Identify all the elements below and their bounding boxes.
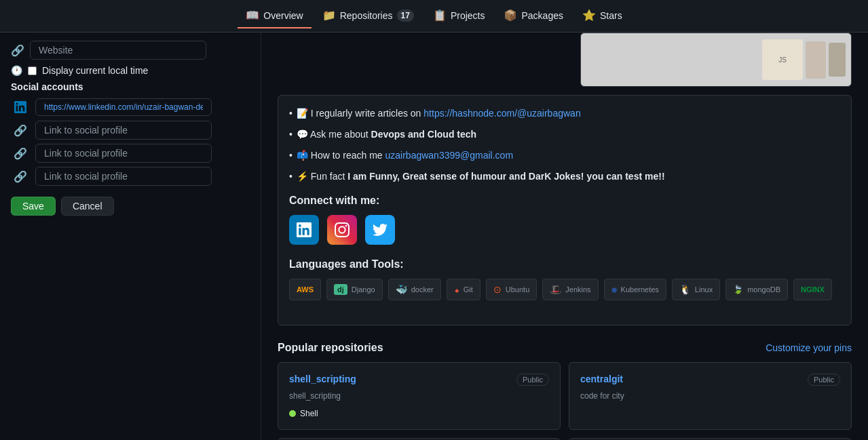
popular-repos-section: Popular repositories Customize your pins…: [278, 342, 852, 440]
linkedin-row: [11, 98, 250, 117]
repo-name-centralgit[interactable]: centralgit: [580, 374, 623, 384]
tool-django: dj Django: [326, 279, 383, 300]
repositories-icon: 📁: [322, 9, 336, 22]
reach-emoji: 📫: [297, 150, 308, 161]
articles-text: I regularly write articles on: [311, 108, 424, 119]
tool-git: ⬥ Git: [447, 279, 480, 300]
nav-repositories[interactable]: 📁 Repositories 17: [314, 3, 422, 28]
social-link-icon-3: 🔗: [11, 167, 30, 186]
website-icon: 🔗: [11, 44, 24, 57]
tools-section: Languages and Tools: AWS dj Django 🐳 doc…: [289, 258, 840, 300]
lang-name-shell: Shell: [300, 409, 318, 418]
connect-title: Connect with me:: [289, 195, 840, 207]
fun-emoji: ⚡: [297, 171, 308, 182]
left-panel: 🔗 🕐 Display current local time Social ac…: [0, 33, 261, 440]
right-panel: JS • 📝 I regularly write articles on htt…: [261, 33, 868, 440]
preview-image: JS: [580, 33, 852, 87]
repo-card-shell-scripting: shell_scripting Public shell_scripting S…: [278, 362, 561, 430]
twitter-badge[interactable]: [365, 215, 395, 245]
bullet-ask: • 💬 Ask me about Devops and Cloud tech: [289, 127, 840, 142]
repo-card-header-2: centralgit Public: [580, 374, 840, 386]
display-time-row: 🕐 Display current local time: [11, 65, 250, 76]
website-input[interactable]: [30, 41, 206, 60]
nav-packages-label: Packages: [521, 10, 563, 21]
linkedin-field-icon: [11, 98, 30, 117]
linkedin-input[interactable]: [35, 98, 212, 116]
ask-bold: Devops and Cloud tech: [371, 129, 477, 140]
repo-card-centralgit: centralgit Public code for city: [569, 362, 852, 430]
tools-row: AWS dj Django 🐳 docker ⬥ Git: [289, 279, 840, 300]
lang-dot-shell: [289, 410, 296, 417]
tool-linux: 🐧 Linux: [672, 279, 720, 300]
packages-icon: 📦: [504, 9, 517, 22]
repo-desc-centralgit: code for city: [580, 391, 840, 401]
articles-emoji: 📝: [297, 108, 308, 119]
bullet-articles: • 📝 I regularly write articles on https:…: [289, 106, 840, 121]
repositories-badge: 17: [397, 9, 414, 22]
popular-repos-title: Popular repositories: [278, 342, 383, 354]
stars-icon: ⭐: [582, 9, 596, 22]
instagram-badge[interactable]: [327, 215, 357, 245]
social-input-3[interactable]: [35, 167, 212, 186]
social-row-2: 🔗: [11, 144, 250, 163]
popular-repos-header: Popular repositories Customize your pins: [278, 342, 852, 354]
tool-mongodb: 🍃 mongoDB: [725, 279, 788, 300]
tool-kubernetes: ⎈ Kubernetes: [604, 279, 666, 300]
customize-pins-link[interactable]: Customize your pins: [766, 342, 852, 353]
profile-readme: • 📝 I regularly write articles on https:…: [278, 95, 852, 325]
linkedin-badge[interactable]: [289, 215, 319, 245]
nav-packages[interactable]: 📦 Packages: [495, 3, 571, 28]
cancel-button[interactable]: Cancel: [61, 197, 114, 216]
reach-text: How to reach me: [311, 150, 385, 161]
nav-repositories-label: Repositories: [340, 10, 393, 21]
form-actions: Save Cancel: [11, 197, 250, 216]
readme-bullet-list: • 📝 I regularly write articles on https:…: [289, 106, 840, 184]
connect-section: Connect with me:: [289, 195, 840, 245]
tools-title: Languages and Tools:: [289, 258, 840, 271]
repo-badge-shell-scripting: Public: [516, 374, 549, 386]
nav-stars[interactable]: ⭐ Stars: [574, 3, 630, 28]
bullet-fun: • ⚡ Fun fact I am Funny, Great sense of …: [289, 169, 840, 184]
projects-icon: 📋: [433, 9, 447, 22]
nav-overview[interactable]: 📖 Overview: [238, 3, 311, 28]
tool-docker: 🐳 docker: [388, 279, 441, 300]
repo-card-header-1: shell_scripting Public: [289, 374, 549, 386]
bullet-dot-3: •: [289, 148, 293, 163]
social-row-3: 🔗: [11, 167, 250, 186]
social-input-1[interactable]: [35, 121, 212, 140]
fun-text: Fun fact: [311, 171, 347, 182]
overview-icon: 📖: [246, 9, 259, 22]
display-time-checkbox[interactable]: [28, 66, 37, 75]
ask-emoji: 💬: [297, 129, 308, 140]
tool-aws: AWS: [289, 279, 321, 300]
repos-grid: shell_scripting Public shell_scripting S…: [278, 362, 852, 440]
bullet-reach: • 📫 How to reach me uzairbagwan3399@gmai…: [289, 148, 840, 163]
articles-link[interactable]: https://hashnode.com/@uzairbagwan: [423, 108, 580, 119]
social-icons-row: [289, 215, 840, 245]
social-accounts-title: Social accounts: [11, 81, 250, 92]
top-nav: 📖 Overview 📁 Repositories 17 📋 Projects …: [0, 0, 868, 33]
email-link[interactable]: uzairbagwan3399@gmail.com: [385, 150, 514, 161]
bullet-dot-4: •: [289, 169, 293, 184]
repo-badge-centralgit: Public: [808, 374, 840, 386]
website-row: 🔗: [11, 41, 250, 60]
repo-lang-shell-scripting: Shell: [289, 409, 549, 418]
save-button[interactable]: Save: [11, 197, 56, 216]
repo-desc-shell-scripting: shell_scripting: [289, 391, 549, 401]
repo-name-shell-scripting[interactable]: shell_scripting: [289, 374, 356, 384]
nav-stars-label: Stars: [600, 10, 622, 21]
social-link-icon-2: 🔗: [11, 144, 30, 163]
social-row-1: 🔗: [11, 121, 250, 140]
bullet-dot-2: •: [289, 127, 293, 142]
tool-ubuntu: ⊙ Ubuntu: [486, 279, 537, 300]
ask-text: Ask me about: [310, 129, 371, 140]
fun-bold: I am Funny, Great sense of humour and Da…: [347, 171, 664, 182]
display-time-label: Display current local time: [42, 65, 148, 76]
social-input-2[interactable]: [35, 144, 212, 163]
main-layout: 🔗 🕐 Display current local time Social ac…: [0, 33, 868, 440]
nav-projects[interactable]: 📋 Projects: [425, 3, 493, 28]
tool-nginx: NGINX: [793, 279, 832, 300]
tool-jenkins: 🎩 Jenkins: [542, 279, 598, 300]
nav-overview-label: Overview: [263, 10, 303, 21]
bullet-dot: •: [289, 106, 293, 121]
